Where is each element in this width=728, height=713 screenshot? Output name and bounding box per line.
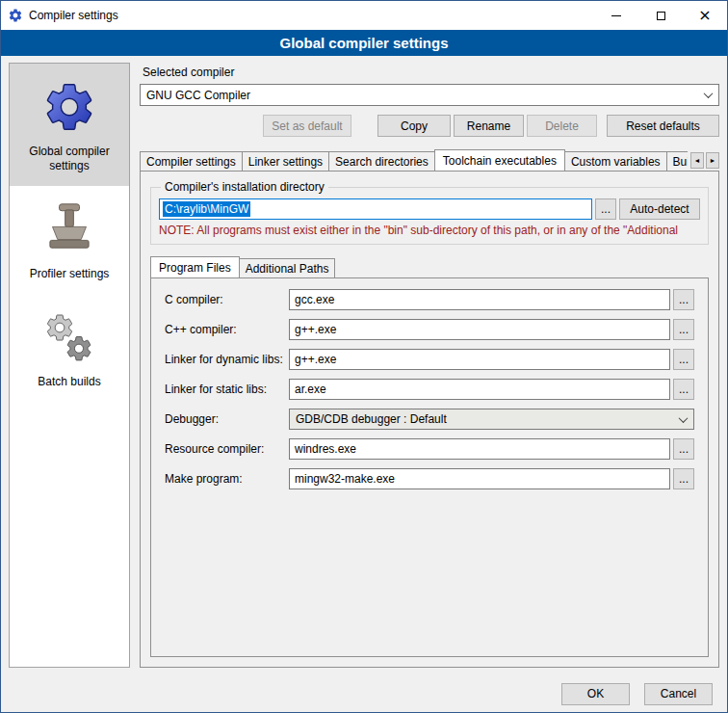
titlebar: Compiler settings × <box>1 1 727 30</box>
subtab-program-files[interactable]: Program Files <box>150 256 240 277</box>
cpp-compiler-input[interactable]: g++.exe <box>289 319 670 340</box>
linker-static-label: Linker for static libs: <box>165 383 289 396</box>
close-button[interactable]: × <box>683 1 727 30</box>
program-files-tabstrip: Program Files Additional Paths <box>150 256 709 277</box>
close-icon: × <box>698 8 711 23</box>
tab-scroll-left-button[interactable]: ◄ <box>690 152 704 169</box>
form-row: Linker for dynamic libs: g++.exe ... <box>165 349 694 370</box>
tab-compiler-settings[interactable]: Compiler settings <box>140 151 243 171</box>
debugger-dropdown[interactable]: GDB/CDB debugger : Default <box>289 409 694 430</box>
sidebar-item-label: Batch builds <box>38 375 100 389</box>
app-icon <box>8 8 23 23</box>
set-as-default-button[interactable]: Set as default <box>263 115 351 137</box>
window-title: Compiler settings <box>29 9 118 22</box>
installation-directory-browse-button[interactable]: ... <box>595 198 616 220</box>
linker-dynamic-input[interactable]: g++.exe <box>289 349 670 370</box>
chevron-down-icon <box>679 413 689 423</box>
resource-compiler-input[interactable]: windres.exe <box>289 438 670 460</box>
profiler-tool-icon <box>40 200 98 258</box>
subtab-additional-paths[interactable]: Additional Paths <box>239 258 336 277</box>
installation-directory-groupbox: Compiler's installation directory C:\ray… <box>150 180 709 245</box>
cancel-button[interactable]: Cancel <box>644 683 713 705</box>
selected-compiler-value: GNU GCC Compiler <box>146 89 699 102</box>
maximize-icon <box>657 12 665 20</box>
form-row: Make program: mingw32-make.exe ... <box>165 468 694 489</box>
tab-scroll-right-button[interactable]: ► <box>706 152 719 169</box>
make-program-browse-button[interactable]: ... <box>673 468 694 489</box>
cpp-compiler-label: C++ compiler: <box>165 323 289 336</box>
linker-dynamic-label: Linker for dynamic libs: <box>165 353 289 366</box>
form-row: C compiler: gcc.exe ... <box>165 289 694 310</box>
form-row: Debugger: GDB/CDB debugger : Default <box>165 409 694 430</box>
debugger-label: Debugger: <box>165 412 289 426</box>
make-program-label: Make program: <box>165 472 289 486</box>
make-program-input[interactable]: mingw32-make.exe <box>289 468 670 489</box>
bin-subdirectory-note: NOTE: All programs must exist either in … <box>159 224 700 237</box>
c-compiler-label: C compiler: <box>165 293 289 306</box>
blue-gear-icon <box>40 78 98 136</box>
installation-directory-input[interactable]: C:\raylib\MinGW <box>159 198 592 220</box>
tab-linker-settings[interactable]: Linker settings <box>242 151 329 171</box>
form-row: C++ compiler: g++.exe ... <box>165 319 694 340</box>
form-row: Resource compiler: windres.exe ... <box>165 438 694 460</box>
sidebar-item-label: Global compiler settings <box>13 145 125 173</box>
installation-directory-label: Compiler's installation directory <box>161 180 328 194</box>
cpp-compiler-value: g++.exe <box>295 323 336 336</box>
dialog-footer: OK Cancel <box>1 675 727 712</box>
gray-gears-icon <box>40 308 98 366</box>
sidebar-item-profiler-settings[interactable]: Profiler settings <box>10 186 129 294</box>
linker-static-input[interactable]: ar.exe <box>289 379 670 400</box>
linker-static-browse-button[interactable]: ... <box>673 379 694 400</box>
tab-toolchain-executables[interactable]: Toolchain executables <box>434 149 565 171</box>
reset-defaults-button[interactable]: Reset defaults <box>607 115 719 137</box>
resource-compiler-value: windres.exe <box>295 442 356 456</box>
copy-button[interactable]: Copy <box>377 115 451 137</box>
sidebar-item-batch-builds[interactable]: Batch builds <box>10 294 129 402</box>
tab-build-options[interactable]: Builc <box>666 151 688 171</box>
linker-static-value: ar.exe <box>295 383 326 396</box>
make-program-value: mingw32-make.exe <box>295 472 395 486</box>
tab-search-directories[interactable]: Search directories <box>328 151 435 171</box>
c-compiler-input[interactable]: gcc.exe <box>289 289 670 310</box>
rename-button[interactable]: Rename <box>454 115 524 137</box>
tab-custom-variables[interactable]: Custom variables <box>564 151 667 171</box>
ok-button[interactable]: OK <box>561 683 630 705</box>
toolchain-executables-panel: Compiler's installation directory C:\ray… <box>140 171 719 668</box>
program-files-panel: C compiler: gcc.exe ... C++ compiler: g+… <box>150 277 709 657</box>
minimize-icon <box>611 15 621 16</box>
c-compiler-browse-button[interactable]: ... <box>673 289 694 310</box>
resource-compiler-browse-button[interactable]: ... <box>673 438 694 460</box>
form-row: Linker for static libs: ar.exe ... <box>165 379 694 400</box>
minimize-button[interactable] <box>594 1 638 30</box>
auto-detect-button[interactable]: Auto-detect <box>619 198 700 220</box>
compiler-settings-dialog: Compiler settings × Global compiler sett… <box>0 0 728 713</box>
c-compiler-value: gcc.exe <box>295 293 334 306</box>
chevron-down-icon <box>704 89 714 98</box>
cpp-compiler-browse-button[interactable]: ... <box>673 319 694 340</box>
selected-compiler-dropdown[interactable]: GNU GCC Compiler <box>140 84 719 106</box>
selected-compiler-label: Selected compiler <box>143 66 719 79</box>
settings-category-list: Global compiler settings Profiler settin… <box>9 63 130 668</box>
installation-directory-value: C:\raylib\MinGW <box>163 201 250 217</box>
linker-dynamic-browse-button[interactable]: ... <box>673 349 694 370</box>
maximize-button[interactable] <box>638 1 683 30</box>
debugger-value: GDB/CDB debugger : Default <box>296 412 674 426</box>
linker-dynamic-value: g++.exe <box>295 353 336 366</box>
sidebar-item-global-compiler-settings[interactable]: Global compiler settings <box>10 64 129 186</box>
resource-compiler-label: Resource compiler: <box>165 442 289 456</box>
sidebar-item-label: Profiler settings <box>30 267 110 281</box>
settings-tabstrip: Compiler settings Linker settings Search… <box>140 149 719 171</box>
delete-button[interactable]: Delete <box>527 115 597 137</box>
dialog-banner: Global compiler settings <box>1 30 727 56</box>
